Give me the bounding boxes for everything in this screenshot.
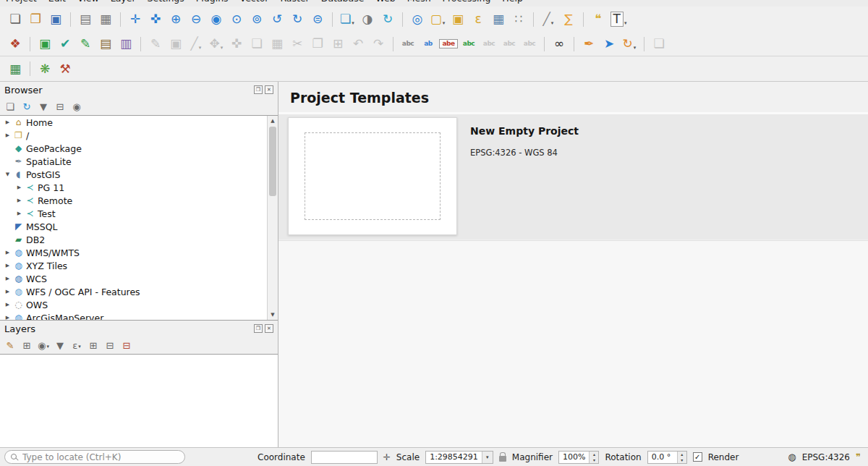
add-group-button[interactable]: ⊞: [20, 338, 34, 352]
zoom-in-button[interactable]: ⊕: [166, 10, 185, 29]
highlight-pinned-labels-button[interactable]: abc: [459, 35, 478, 54]
browser-tree-item[interactable]: ▶◍ArcGisMapServer: [0, 311, 278, 321]
menu-item-database[interactable]: Database: [321, 0, 365, 4]
new-temporary-scratch-layer-button[interactable]: ▤: [96, 35, 115, 54]
temporal-controller-button[interactable]: ◑: [358, 10, 377, 29]
rotate-label-button[interactable]: abc: [500, 35, 519, 54]
layers-float-button[interactable]: ❐: [254, 324, 263, 333]
spin-up-icon[interactable]: ▴: [590, 452, 598, 457]
save-project-button[interactable]: ▣: [46, 10, 65, 29]
new-print-layout-button[interactable]: ▤: [76, 10, 95, 29]
menu-item-plugins[interactable]: Plugins: [196, 0, 229, 4]
globe-icon[interactable]: ◍: [788, 452, 796, 462]
cut-features-button[interactable]: ✂: [288, 35, 307, 54]
go-arrow-button[interactable]: ➤: [600, 35, 618, 54]
menu-item-help[interactable]: Help: [502, 0, 523, 4]
spin-down-icon[interactable]: ▾: [590, 457, 598, 463]
open-attribute-table-button[interactable]: ▦: [489, 10, 508, 29]
scrollbar-thumb[interactable]: [269, 127, 276, 196]
browser-tree-item[interactable]: ▶⌂Home: [0, 116, 278, 129]
expand-arrow-icon[interactable]: ▶: [14, 211, 24, 216]
menu-item-edit[interactable]: Edit: [48, 0, 66, 4]
save-layer-edits-button[interactable]: ▣: [166, 35, 185, 54]
browser-tree-item[interactable]: ✒SpatiaLite: [0, 155, 278, 168]
measure-line-button[interactable]: ╱▾: [539, 10, 558, 29]
field-calculator-button[interactable]: ∷: [509, 10, 528, 29]
zoom-native-button[interactable]: ⊜: [308, 10, 327, 29]
zoom-out-button[interactable]: ⊖: [187, 10, 205, 29]
new-geopackage-layer-button[interactable]: ▣: [35, 35, 54, 54]
expand-arrow-icon[interactable]: ▶: [3, 250, 12, 255]
menu-item-vector[interactable]: Vector: [240, 0, 269, 4]
properties-widget-button[interactable]: ◉: [69, 99, 84, 114]
browser-tree-item[interactable]: ◆GeoPackage: [0, 142, 278, 155]
map-preview-button[interactable]: ▦: [6, 59, 25, 78]
menu-item-mesh[interactable]: Mesh: [407, 0, 431, 4]
menu-item-settings[interactable]: Settings: [148, 0, 184, 4]
change-label-button[interactable]: abc: [520, 35, 539, 54]
template-card[interactable]: [288, 117, 457, 235]
identify-features-button[interactable]: ◎: [408, 10, 427, 29]
menu-item-processing[interactable]: Processing: [443, 0, 491, 4]
deselect-features-button[interactable]: ▣: [448, 10, 467, 29]
spin-down-icon[interactable]: ▾: [678, 457, 686, 463]
messages-icon[interactable]: ❞: [856, 452, 861, 462]
browser-close-button[interactable]: ✕: [265, 85, 273, 94]
show-layout-manager-button[interactable]: ▦: [96, 10, 115, 29]
refresh-map-button[interactable]: ↻: [378, 10, 397, 29]
street-view-button[interactable]: ∞: [550, 35, 569, 54]
redo-button[interactable]: ↷: [369, 35, 388, 54]
lock-icon[interactable]: [499, 456, 506, 462]
collapse-all-button[interactable]: ⊟: [53, 99, 67, 114]
browser-tree-item[interactable]: ▶◍WCS: [0, 272, 278, 285]
scroll-down-icon[interactable]: ▼: [268, 310, 278, 320]
browser-tree-item[interactable]: ▶◍XYZ Tiles: [0, 259, 278, 272]
zoom-next-button[interactable]: ↻: [288, 10, 307, 29]
collapse-all-layers-button[interactable]: ⊟: [103, 338, 117, 352]
open-data-source-manager-button[interactable]: ❖: [6, 35, 25, 54]
filter-by-expression-button[interactable]: ε▾: [69, 338, 84, 352]
expand-arrow-icon[interactable]: ▶: [3, 276, 12, 281]
browser-tree-scrollbar[interactable]: ▲ ▼: [267, 116, 278, 320]
statistical-summary-button[interactable]: ∑: [559, 10, 578, 29]
scale-combobox[interactable]: 1:29854291 ▾: [425, 451, 493, 464]
browser-tree-item[interactable]: ▰DB2: [0, 233, 278, 246]
extent-icon[interactable]: ✛: [383, 453, 391, 462]
crs-status[interactable]: EPSG:4326: [802, 452, 850, 462]
map-tips-button[interactable]: ❝: [589, 10, 608, 29]
zoom-to-selection-button[interactable]: ⊙: [227, 10, 246, 29]
vertex-tool-button[interactable]: ✥▾: [207, 35, 226, 54]
coordinate-input[interactable]: [311, 451, 378, 464]
zoom-full-button[interactable]: ◉: [207, 10, 226, 29]
open-project-button[interactable]: ❐: [26, 10, 45, 29]
copy-features-button[interactable]: ❐: [308, 35, 327, 54]
refresh-browser-button[interactable]: ↻: [20, 99, 34, 114]
manage-map-themes-button[interactable]: ◉▾: [36, 338, 51, 352]
chevron-down-icon[interactable]: ▾: [482, 452, 493, 463]
filter-browser-button[interactable]: ▼: [36, 99, 51, 114]
menu-item-view[interactable]: View: [77, 0, 99, 4]
browser-tree-item[interactable]: ▶◍WFS / OGC API - Features: [0, 285, 278, 298]
browser-tree-item[interactable]: ▶≺Remote: [0, 194, 278, 207]
remove-layer-button[interactable]: ⊟: [119, 338, 134, 352]
browser-tree-item[interactable]: ▶❐/: [0, 129, 278, 142]
menu-item-raster[interactable]: Raster: [280, 0, 309, 4]
render-checkbox[interactable]: ✓: [693, 452, 702, 462]
pin-labels-button[interactable]: abe: [439, 35, 458, 54]
copy-move-feature-button[interactable]: ❏: [247, 35, 266, 54]
layers-list-empty[interactable]: [0, 354, 278, 447]
browser-tree-item[interactable]: ▶≺Test: [0, 207, 278, 220]
paste-features-button[interactable]: ⊞: [328, 35, 347, 54]
spin-up-icon[interactable]: ▴: [678, 452, 686, 457]
expand-all-button[interactable]: ⊞: [86, 338, 101, 352]
new-project-button[interactable]: ❏: [6, 10, 25, 29]
menu-item-layer[interactable]: Layer: [111, 0, 136, 4]
move-feature-button[interactable]: ✜: [227, 35, 246, 54]
pan-to-selection-button[interactable]: ✜: [146, 10, 165, 29]
browser-tree-item[interactable]: ▶◍WMS/WMTS: [0, 246, 278, 259]
expand-arrow-icon[interactable]: ▼: [3, 171, 12, 177]
digitize-segment-button[interactable]: ╱▾: [187, 35, 205, 54]
new-shapefile-layer-button[interactable]: ✔: [56, 35, 75, 54]
locate-input[interactable]: [4, 450, 185, 464]
layer-labeling-options-button[interactable]: abc: [399, 35, 417, 54]
